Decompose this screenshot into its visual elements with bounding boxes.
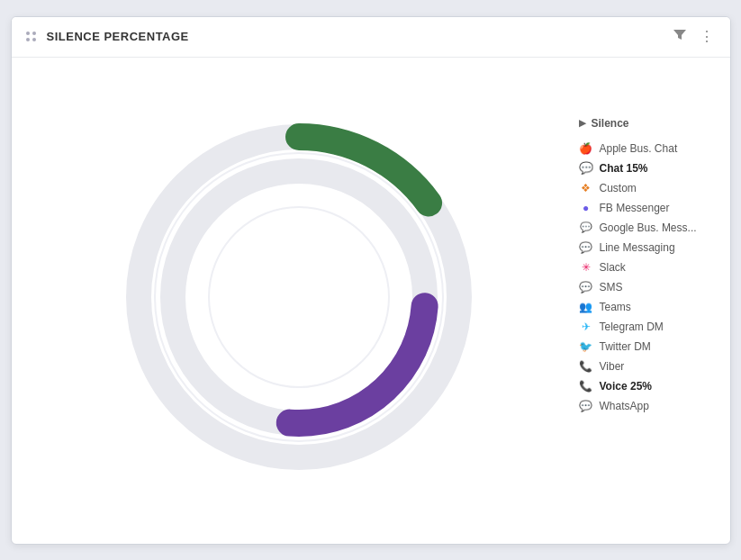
- slack-icon: ✳: [579, 260, 593, 275]
- legend-label: Apple Bus. Chat: [600, 142, 678, 155]
- legend-item-apple-bus-chat[interactable]: 🍎 Apple Bus. Chat: [579, 139, 716, 158]
- legend-label: Google Bus. Mess...: [600, 221, 697, 234]
- legend-item-telegram[interactable]: ✈ Telegram DM: [579, 317, 716, 337]
- svg-point-1: [155, 153, 443, 441]
- legend-label: Teams: [600, 301, 631, 313]
- chat-icon: 💬: [579, 161, 593, 176]
- legend-label: Custom: [600, 182, 637, 194]
- header-icons: ⋮: [671, 26, 716, 48]
- legend-item-google-bus[interactable]: 💬 Google Bus. Mess...: [579, 218, 716, 238]
- legend-item-chat[interactable]: 💬 Chat 15%: [579, 158, 716, 178]
- legend-label: Twitter DM: [600, 340, 651, 353]
- teams-icon: 👥: [579, 300, 593, 314]
- widget-title: SILENCE PERCENTAGE: [47, 30, 671, 43]
- twitter-icon: 🐦: [579, 339, 593, 354]
- legend-label: Line Messaging: [600, 241, 675, 254]
- legend-label: FB Messenger: [600, 202, 670, 214]
- legend-item-whatsapp[interactable]: 💬 WhatsApp: [579, 396, 716, 416]
- sms-icon: 💬: [579, 280, 593, 294]
- legend-item-voice[interactable]: 📞 Voice 25%: [579, 376, 716, 396]
- chart-area: [26, 72, 572, 522]
- legend-item-teams[interactable]: 👥 Teams: [579, 297, 716, 317]
- voice-icon: 📞: [579, 379, 593, 393]
- legend-area: ▶ Silence 🍎 Apple Bus. Chat 💬 Chat 15% ❖…: [572, 72, 716, 416]
- chevron-right-icon: ▶: [579, 118, 586, 128]
- filter-icon[interactable]: [671, 26, 689, 48]
- apple-icon: 🍎: [579, 141, 593, 156]
- legend-label: Viber: [600, 360, 625, 373]
- fb-icon: ●: [579, 201, 593, 215]
- legend-label: WhatsApp: [600, 400, 649, 412]
- legend-label: Slack: [600, 261, 626, 274]
- legend-section[interactable]: ▶ Silence: [579, 117, 716, 130]
- legend-item-line[interactable]: 💬 Line Messaging: [579, 238, 716, 257]
- legend-item-fb-messenger[interactable]: ● FB Messenger: [579, 198, 716, 218]
- legend-section-label: Silence: [592, 117, 629, 130]
- widget-body: ▶ Silence 🍎 Apple Bus. Chat 💬 Chat 15% ❖…: [12, 58, 730, 544]
- legend-label: Voice 25%: [600, 380, 652, 393]
- line-icon: 💬: [579, 240, 593, 255]
- legend-label: Telegram DM: [600, 321, 664, 333]
- svg-point-3: [209, 207, 389, 387]
- google-bus-icon: 💬: [579, 221, 593, 235]
- legend-item-twitter[interactable]: 🐦 Twitter DM: [579, 337, 716, 357]
- silence-percentage-widget: SILENCE PERCENTAGE ⋮: [11, 16, 731, 545]
- drag-handle[interactable]: [26, 32, 36, 41]
- legend-label: Chat 15%: [600, 162, 648, 175]
- whatsapp-icon: 💬: [579, 399, 593, 413]
- legend-item-custom[interactable]: ❖ Custom: [579, 178, 716, 198]
- legend-label: SMS: [600, 281, 623, 294]
- legend-item-viber[interactable]: 📞 Viber: [579, 357, 716, 376]
- custom-icon: ❖: [579, 181, 593, 195]
- donut-chart: [101, 99, 497, 495]
- widget-header: SILENCE PERCENTAGE ⋮: [12, 17, 730, 58]
- telegram-icon: ✈: [579, 320, 593, 334]
- legend-item-sms[interactable]: 💬 SMS: [579, 277, 716, 297]
- viber-icon: 📞: [579, 359, 593, 374]
- more-icon[interactable]: ⋮: [698, 26, 716, 47]
- legend-item-slack[interactable]: ✳ Slack: [579, 257, 716, 277]
